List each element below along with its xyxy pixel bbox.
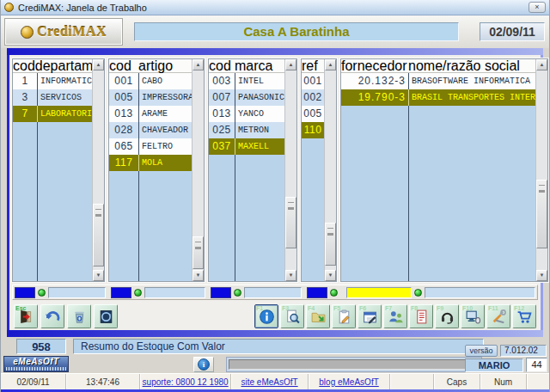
cell-name[interactable]: YANCO [235,106,284,122]
site-link[interactable]: site eMeAsOfT [241,377,298,387]
cell-code[interactable]: 001 [302,73,324,89]
version-button[interactable]: versão [465,345,498,357]
cell-name[interactable]: BRASIL TRANSPORTES INTER [408,89,535,106]
vertical-scrollbar[interactable] [192,59,204,281]
table-row[interactable]: 002 [302,89,324,106]
cell-name[interactable]: ARAME [138,106,192,122]
scroll-thumb[interactable] [192,236,204,269]
cell-name[interactable]: BRASOFTWARE INFORMATICA [408,73,535,89]
delete-button[interactable] [67,304,91,328]
cell-code[interactable]: 013 [209,106,235,122]
cart-button[interactable]: F12 [512,304,536,328]
table-row[interactable]: 037MAXELL [209,138,284,155]
scroll-up-icon[interactable] [536,59,547,70]
cell-code[interactable]: 110 [302,122,324,138]
scroll-down-icon[interactable] [93,270,104,281]
scroll-up-icon[interactable] [325,59,336,70]
cell-code[interactable]: 003 [209,73,235,89]
cell-code[interactable]: 007 [209,89,235,106]
vertical-scrollbar[interactable] [284,59,296,281]
cell-name[interactable]: PANASONIC [235,89,284,106]
scroll-thumb[interactable] [325,223,336,266]
clipboard-button[interactable]: F5 [332,304,356,328]
blog-link[interactable]: blog eMeAsOfT [319,377,378,387]
table-row[interactable]: 001 [302,73,324,89]
cell-name[interactable]: CHAVEADOR [138,122,192,138]
cell-code[interactable]: 065 [109,138,138,155]
cell-code[interactable]: 005 [109,89,138,106]
table-row[interactable]: 025METRON [209,122,284,138]
table-row[interactable]: 028CHAVEADOR [109,122,192,138]
scroll-down-icon[interactable] [325,270,336,281]
cell-name[interactable]: INTEL [235,73,284,89]
report-code-field[interactable]: 958 [16,339,66,354]
table-row[interactable]: 005 [302,106,324,122]
cell-code[interactable]: 013 [109,106,138,122]
cell-code[interactable]: 028 [109,122,138,138]
cell-code[interactable]: 025 [209,122,235,138]
table-row[interactable]: 117MOLA [109,155,192,171]
close-button[interactable]: × [529,2,546,13]
cell-code[interactable]: 002 [302,89,324,106]
search-code-input[interactable] [307,287,327,298]
cell-code[interactable]: 3 [13,89,37,106]
table-row[interactable]: 3SERVICOS [13,89,92,106]
table-row[interactable]: 001CABO [109,73,192,89]
cell-name[interactable]: IMPRESSORA [138,89,192,106]
scroll-thumb[interactable] [536,180,547,248]
table-row[interactable]: 013ARAME [109,106,192,122]
cell-code[interactable]: 005 [302,106,324,122]
search-name-input[interactable] [48,287,106,298]
users-button[interactable]: F7 [383,304,407,328]
scroll-down-icon[interactable] [192,270,204,281]
preview-button[interactable] [94,304,118,328]
table-row[interactable]: 19.790-3BRASIL TRANSPORTES INTER [341,89,535,106]
scroll-down-icon[interactable] [285,270,296,281]
exit-button[interactable]: Esc [14,304,38,328]
header-date-field[interactable]: 02/09/11 [480,22,545,41]
scroll-thumb[interactable] [285,197,296,248]
report-description-field[interactable]: Resumo do Estoque Com Valor [73,339,484,354]
cell-code[interactable]: 7 [13,106,37,122]
cell-name[interactable]: FELTRO [138,138,192,155]
scroll-thumb[interactable] [93,204,104,266]
cell-name[interactable]: CABO [138,73,192,89]
undo-button[interactable] [40,304,64,328]
table-row[interactable]: 003INTEL [209,73,284,89]
table-row[interactable]: 1INFORMATICA [13,73,92,89]
search-name-input[interactable] [244,287,302,298]
scroll-up-icon[interactable] [93,59,104,70]
cell-name[interactable]: SERVICOS [37,89,92,106]
folder-button[interactable]: F4 [306,304,330,328]
table-row[interactable]: 20.132-3BRASOFTWARE INFORMATICA [341,73,535,89]
scroll-up-icon[interactable] [285,59,296,70]
message-info-button[interactable]: i [193,357,214,372]
cell-name[interactable]: MOLA [138,155,192,171]
table-row[interactable]: 005IMPRESSORA [109,89,192,106]
search-code-input[interactable] [211,287,231,298]
table-row[interactable]: 7LABORATORIO [13,106,92,122]
cell-name[interactable]: MAXELL [235,138,284,155]
search-button[interactable]: F3 [280,304,304,328]
search-code-input[interactable] [346,287,412,298]
edit-form-button[interactable]: F6 [358,304,382,328]
table-row[interactable]: 013YANCO [209,106,284,122]
report-button[interactable]: F8 [409,304,433,328]
search-code-input[interactable] [111,287,131,298]
cell-name[interactable]: LABORATORIO [37,106,92,122]
cell-code[interactable]: 1 [13,73,37,89]
vertical-scrollbar[interactable] [92,59,104,281]
cell-code[interactable]: 117 [109,155,138,171]
scroll-up-icon[interactable] [192,59,204,70]
info-button[interactable]: F1 [254,304,278,328]
search-code-input[interactable] [15,287,35,298]
support-link[interactable]: suporte: 0800 12 1980 [143,377,229,387]
cell-name[interactable]: METRON [235,122,284,138]
tools-button[interactable]: F11 [486,304,510,328]
cell-code[interactable]: 001 [109,73,138,89]
table-row[interactable]: 065FELTRO [109,138,192,155]
search-name-input[interactable] [425,287,535,298]
table-row[interactable]: 110 [302,122,324,138]
cell-code[interactable]: 037 [209,138,235,155]
search-name-input[interactable] [144,287,205,298]
